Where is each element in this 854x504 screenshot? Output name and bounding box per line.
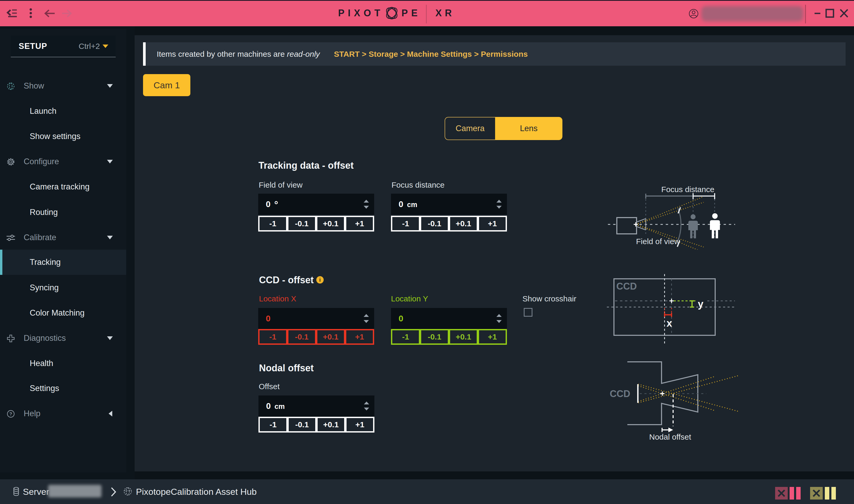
svg-text:Focus distance: Focus distance	[661, 185, 714, 194]
svg-text:Field of view: Field of view	[636, 237, 680, 246]
svg-text:CCD: CCD	[610, 389, 630, 399]
svg-text:CCD: CCD	[616, 281, 637, 292]
svg-text:Nodal offset: Nodal offset	[649, 433, 691, 441]
svg-text:y: y	[698, 299, 703, 309]
svg-text:x: x	[666, 318, 672, 329]
